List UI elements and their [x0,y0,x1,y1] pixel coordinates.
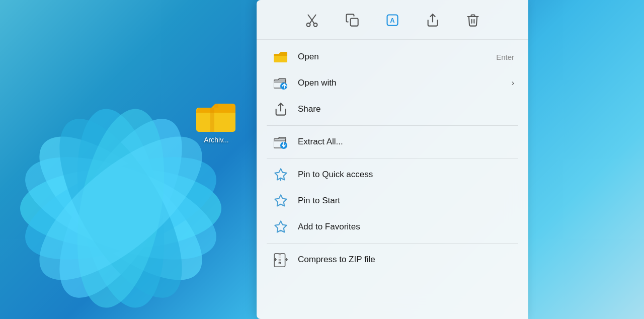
menu-item-open[interactable]: Open Enter [261,44,524,70]
menu-item-extract-all[interactable]: Extract All... [261,129,524,155]
copy-button[interactable] [341,9,363,31]
open-with-arrow: › [512,78,514,88]
menu-item-add-favorites[interactable]: Add to Favorites [261,214,524,240]
svg-rect-33 [279,259,281,261]
menu-item-compress-zip[interactable]: Z Compress to ZIP file [261,247,524,273]
add-favorites-icon [271,217,291,237]
svg-text:A: A [390,17,394,24]
menu-item-pin-quick[interactable]: Pin to Quick access [261,162,524,188]
svg-text:Z: Z [279,263,280,265]
svg-rect-32 [279,257,281,258]
open-icon [271,47,291,67]
divider-1 [267,125,518,126]
pin-quick-label: Pin to Quick access [298,170,514,180]
menu-item-open-with[interactable]: Open with › [261,70,524,96]
cut-button[interactable] [301,9,323,31]
folder-icon [196,101,236,133]
rename-button[interactable]: A [381,9,404,31]
desktop-swirl [0,57,272,319]
share-label: Share [298,104,514,114]
menu-item-pin-start[interactable]: Pin to Start [261,188,524,214]
pin-start-label: Pin to Start [298,196,514,206]
svg-rect-31 [279,254,281,255]
extract-all-label: Extract All... [298,137,514,147]
open-label: Open [298,52,496,62]
pin-start-icon [271,191,291,211]
svg-rect-11 [214,104,218,108]
add-favorites-label: Add to Favorites [298,222,514,232]
menu-item-share[interactable]: Share [261,96,524,122]
open-shortcut: Enter [496,53,514,61]
context-menu: A [257,0,528,319]
extract-icon [271,132,291,152]
compress-zip-icon: Z [271,250,291,270]
svg-marker-29 [275,221,286,232]
share-toolbar-button[interactable] [422,9,444,31]
compress-zip-label: Compress to ZIP file [298,255,514,265]
delete-button[interactable] [462,9,484,31]
folder-label: Archiv... [204,136,229,144]
context-menu-toolbar: A [257,0,528,40]
open-with-label: Open with [298,78,512,88]
svg-marker-28 [275,195,286,206]
svg-rect-14 [351,19,358,26]
divider-3 [267,243,518,244]
menu-items-container: Open Enter Open with › [257,40,528,319]
svg-rect-10 [210,108,214,132]
share-icon [271,99,291,119]
desktop-folder[interactable]: Archiv... [196,101,236,144]
divider-2 [267,158,518,158]
pin-quick-icon [271,165,291,185]
open-with-icon [271,73,291,93]
